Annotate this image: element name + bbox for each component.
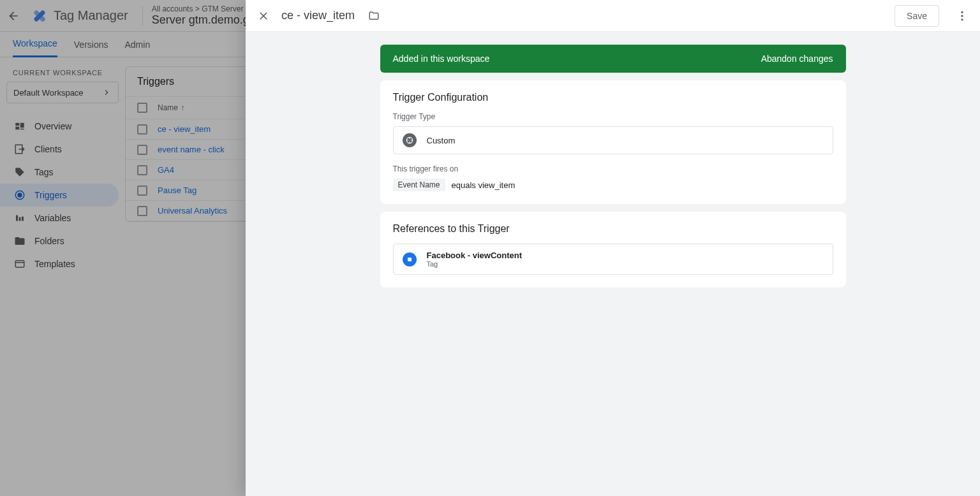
trigger-type-label: Trigger Type: [393, 112, 833, 121]
fires-on-condition: Event Name equals view_item: [393, 179, 833, 191]
sheet-header: ce - view_item Save: [246, 0, 980, 32]
trigger-type-name: Custom: [427, 136, 456, 145]
references-card: References to this Trigger Facebook - vi…: [380, 212, 846, 288]
trigger-type-value[interactable]: Custom: [393, 126, 833, 154]
trigger-detail-sheet: ce - view_item Save Added in this worksp…: [246, 0, 980, 496]
trigger-name-title[interactable]: ce - view_item: [281, 9, 355, 22]
svg-point-7: [961, 11, 963, 13]
reference-name: Facebook - viewContent: [427, 251, 523, 260]
facebook-tag-icon: [403, 252, 417, 266]
references-heading: References to this Trigger: [393, 223, 833, 235]
svg-point-9: [961, 18, 963, 20]
reference-kind: Tag: [427, 260, 523, 268]
close-icon[interactable]: [255, 7, 272, 25]
save-button[interactable]: Save: [895, 5, 939, 27]
config-heading: Trigger Configuration: [393, 92, 833, 103]
more-menu-icon[interactable]: [953, 7, 971, 25]
trigger-config-card[interactable]: Trigger Configuration Trigger Type Custo…: [380, 80, 846, 204]
svg-rect-11: [408, 258, 412, 261]
condition-variable-chip: Event Name: [393, 179, 445, 191]
workspace-change-banner: Added in this workspace Abandon changes: [380, 45, 846, 73]
banner-text: Added in this workspace: [393, 54, 490, 64]
sheet-body: Added in this workspace Abandon changes …: [246, 32, 980, 496]
reference-item[interactable]: Facebook - viewContent Tag: [393, 244, 833, 275]
abandon-changes-link[interactable]: Abandon changes: [761, 54, 833, 64]
folder-outline-icon[interactable]: [368, 10, 380, 22]
fires-on-label: This trigger fires on: [393, 164, 833, 173]
custom-trigger-icon: [403, 133, 417, 147]
svg-point-8: [961, 15, 963, 17]
condition-text: equals view_item: [452, 180, 516, 190]
